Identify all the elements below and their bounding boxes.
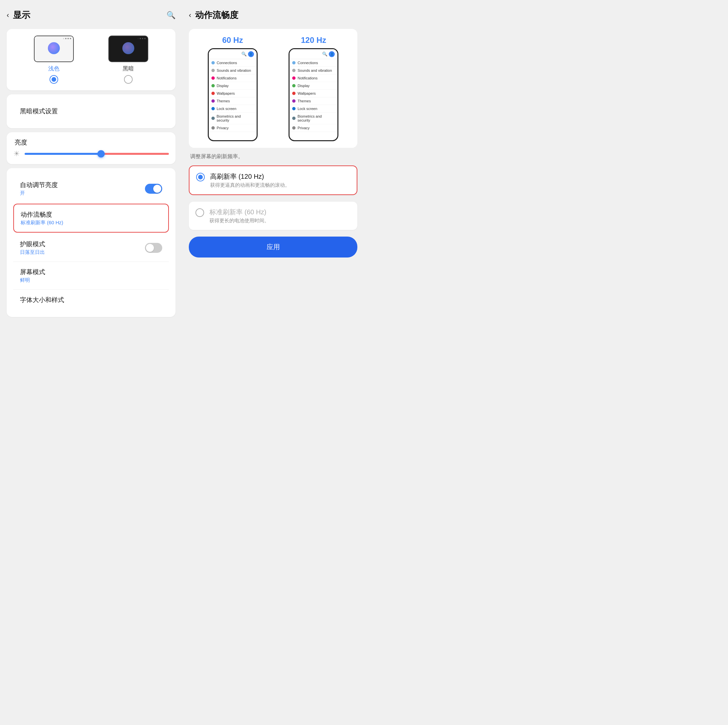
menu-item-icon bbox=[292, 99, 295, 103]
menu-item-icon bbox=[292, 126, 295, 130]
freq-60-phone-header: 🔍 👤 bbox=[209, 49, 257, 59]
right-back-button[interactable]: ‹ bbox=[189, 11, 191, 20]
menu-item: Themes bbox=[289, 97, 337, 105]
phone-dot2 bbox=[67, 38, 69, 39]
left-header: ‹ 显示 🔍 bbox=[7, 8, 176, 25]
phone-chevron-light: ‹ bbox=[63, 37, 64, 40]
menu-item-label: Display bbox=[217, 84, 229, 88]
menu-item-label: Privacy bbox=[298, 126, 309, 130]
motion-smoothness-highlighted: 动作流畅度 标准刷新率 (60 Hz) bbox=[13, 204, 169, 233]
phone-content-light bbox=[35, 41, 73, 54]
phone-dot4 bbox=[140, 38, 141, 39]
auto-brightness-knob bbox=[153, 185, 161, 193]
search-icon-small-left: 🔍 bbox=[241, 52, 247, 56]
motion-smoothness-text: 动作流畅度 标准刷新率 (60 Hz) bbox=[21, 210, 63, 226]
brightness-row: ☀ bbox=[13, 150, 169, 158]
apply-button[interactable]: 应用 bbox=[189, 237, 357, 258]
menu-item-label: Sounds and vibration bbox=[217, 69, 251, 72]
standard-refresh-label: 标准刷新率 (60 Hz) bbox=[210, 208, 269, 217]
left-header-left: ‹ 显示 bbox=[7, 9, 30, 21]
menu-item-label: Biometrics and security bbox=[298, 114, 335, 122]
auto-brightness-toggle[interactable] bbox=[145, 184, 162, 194]
menu-item-icon bbox=[211, 84, 215, 87]
motion-smoothness-row[interactable]: 动作流畅度 标准刷新率 (60 Hz) bbox=[14, 205, 168, 232]
menu-item: Display bbox=[209, 82, 257, 90]
phone-dot1 bbox=[65, 38, 66, 39]
menu-item-icon bbox=[292, 117, 295, 120]
freq-60-phone: 🔍 👤 ConnectionsSounds and vibrationNotif… bbox=[208, 48, 258, 141]
freq-60-option: 60 Hz 🔍 👤 ConnectionsSounds and vibratio… bbox=[196, 35, 270, 141]
avatar-icon-right: 👤 bbox=[329, 51, 335, 57]
menu-item-icon bbox=[211, 92, 215, 95]
light-theme-option[interactable]: ‹ 浅色 bbox=[34, 35, 74, 84]
auto-brightness-row[interactable]: 自动调节亮度 开 bbox=[13, 175, 169, 202]
standard-refresh-option[interactable]: 标准刷新率 (60 Hz) 获得更长的电池使用时间。 bbox=[189, 202, 357, 230]
avatar-icon-left: 👤 bbox=[248, 51, 254, 57]
menu-item: Privacy bbox=[289, 124, 337, 132]
menu-list-120: ConnectionsSounds and vibrationNotificat… bbox=[289, 59, 337, 132]
menu-item-label: Notifications bbox=[217, 76, 237, 80]
high-refresh-label: 高刷新率 (120 Hz) bbox=[210, 172, 290, 181]
brightness-label: 亮度 bbox=[13, 136, 29, 148]
phone-chevron-dark: ‹ bbox=[138, 37, 139, 40]
menu-item: Wallpapers bbox=[289, 90, 337, 97]
menu-item: Notifications bbox=[289, 75, 337, 82]
menu-item-label: Themes bbox=[217, 99, 230, 103]
menu-item-icon bbox=[211, 117, 215, 120]
dark-theme-label: 黑暗 bbox=[123, 65, 134, 72]
font-size-row[interactable]: 字体大小和样式 bbox=[13, 289, 169, 310]
phone-dot3 bbox=[70, 38, 71, 39]
phone-header-light: ‹ bbox=[35, 36, 73, 41]
menu-item-icon bbox=[211, 61, 215, 64]
right-header: ‹ 动作流畅度 bbox=[189, 8, 357, 25]
menu-item: Connections bbox=[209, 59, 257, 67]
eye-comfort-knob bbox=[146, 244, 154, 252]
right-page-title: 动作流畅度 bbox=[195, 9, 239, 21]
search-icon[interactable]: 🔍 bbox=[167, 11, 176, 20]
menu-item: Themes bbox=[209, 97, 257, 105]
eye-comfort-row[interactable]: 护眼模式 日落至日出 bbox=[13, 234, 169, 261]
menu-item: Notifications bbox=[209, 75, 257, 82]
phone-dot6 bbox=[144, 38, 145, 39]
menu-item: Privacy bbox=[209, 124, 257, 132]
high-refresh-option[interactable]: 高刷新率 (120 Hz) 获得更逼真的动画和更流畅的滚动。 bbox=[189, 165, 357, 195]
brightness-slider[interactable] bbox=[24, 153, 169, 155]
font-size-text: 字体大小和样式 bbox=[20, 296, 64, 304]
motion-smoothness-label: 动作流畅度 bbox=[21, 210, 63, 219]
eye-comfort-text: 护眼模式 日落至日出 bbox=[20, 240, 45, 255]
menu-item-label: Sounds and vibration bbox=[298, 69, 332, 72]
menu-item-icon bbox=[211, 76, 215, 80]
phone-header-dark: ‹ bbox=[109, 36, 148, 41]
menu-item-label: Wallpapers bbox=[217, 92, 235, 95]
eye-comfort-toggle[interactable] bbox=[145, 243, 162, 253]
screen-mode-row[interactable]: 屏幕模式 鲜明 bbox=[13, 261, 169, 289]
menu-item-label: Themes bbox=[298, 99, 311, 103]
menu-item-label: Privacy bbox=[217, 126, 229, 130]
menu-item: Connections bbox=[289, 59, 337, 67]
menu-item: Lock screen bbox=[289, 105, 337, 113]
menu-item-icon bbox=[211, 126, 215, 130]
search-icon-small-right: 🔍 bbox=[322, 52, 327, 56]
sun-icon: ☀ bbox=[13, 150, 20, 158]
light-theme-radio[interactable] bbox=[49, 75, 58, 84]
motion-smoothness-sublabel: 标准刷新率 (60 Hz) bbox=[21, 220, 63, 226]
dark-theme-radio[interactable] bbox=[124, 75, 133, 84]
left-back-button[interactable]: ‹ bbox=[7, 11, 9, 20]
menu-item-label: Lock screen bbox=[217, 107, 236, 111]
screen-mode-sublabel: 鲜明 bbox=[20, 277, 45, 284]
phone-orb-light bbox=[48, 42, 60, 54]
menu-item-label: Connections bbox=[298, 61, 318, 65]
high-refresh-radio[interactable] bbox=[196, 173, 205, 182]
menu-item-label: Wallpapers bbox=[298, 92, 316, 95]
auto-brightness-sublabel: 开 bbox=[20, 190, 58, 196]
freq-60-label: 60 Hz bbox=[222, 35, 243, 45]
dark-mode-card: 黑暗模式设置 bbox=[7, 95, 176, 128]
standard-refresh-radio[interactable] bbox=[196, 208, 204, 217]
eye-comfort-sublabel: 日落至日出 bbox=[20, 249, 45, 255]
menu-item: Biometrics and security bbox=[209, 113, 257, 124]
dark-mode-settings-row[interactable]: 黑暗模式设置 bbox=[13, 101, 169, 122]
menu-item-label: Biometrics and security bbox=[217, 114, 254, 122]
screen-mode-text: 屏幕模式 鲜明 bbox=[20, 268, 45, 284]
phone-dot5 bbox=[142, 38, 143, 39]
dark-theme-option[interactable]: ‹ 黑暗 bbox=[109, 35, 148, 84]
